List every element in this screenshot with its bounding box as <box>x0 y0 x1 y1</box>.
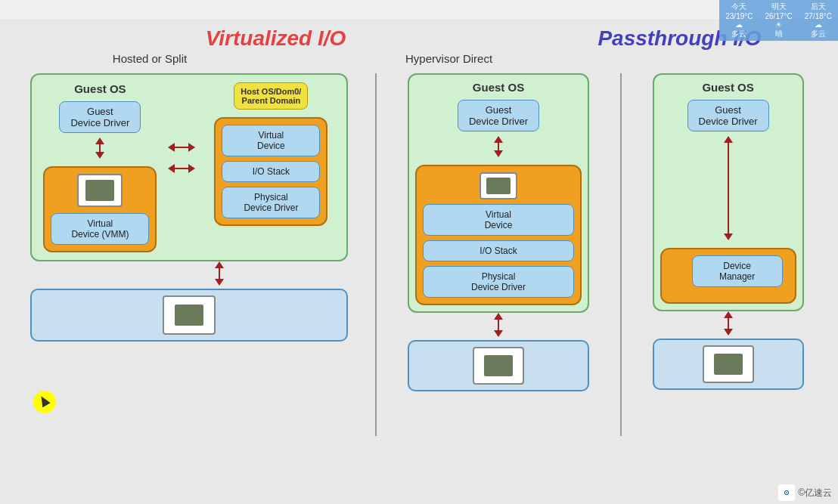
arrow-center-bottom <box>494 313 503 337</box>
guest-device-driver-center: Guest Device Driver <box>458 100 539 131</box>
physical-device-driver-center: Physical Device Driver <box>423 266 574 298</box>
host-label: Host OS/Dom0/ Parent Domain <box>234 82 308 110</box>
weather-tomorrow-desc: 晴 <box>775 29 783 39</box>
hw-box-left <box>30 289 348 342</box>
arrow-line-h2 <box>175 168 188 169</box>
weather-tomorrow: 明天 26/17°C ☀ 晴 <box>765 2 793 39</box>
line-v-r1 <box>728 143 729 233</box>
weather-today-temp: 23/19°C <box>725 12 753 20</box>
line-v-r-bottom <box>728 318 729 329</box>
guest-os-box-left: Guest OS Guest Device Driver Virtual Dev… <box>30 73 348 261</box>
io-stack-right: I/O Stack <box>222 161 320 182</box>
arrowhead-down-1 <box>95 152 104 159</box>
hw-box-right <box>653 339 804 390</box>
arrow-left-h1 <box>168 143 175 152</box>
chip-hw-right <box>703 345 754 383</box>
hw-box-center <box>408 340 589 391</box>
divider-1 <box>375 73 377 436</box>
cursor <box>33 391 56 413</box>
title-virtualized-io: Virtualized I/O <box>206 26 346 50</box>
arrow-right-1 <box>724 136 733 240</box>
arrowhead-down-r-bottom <box>724 329 733 335</box>
weather-day-after-icon: ☁ <box>815 20 822 29</box>
guest-os-box-center: Guest OS Guest Device Driver Virtual Dev… <box>408 73 589 313</box>
weather-today-desc: 多云 <box>731 29 746 39</box>
line-v-c-bottom <box>498 320 499 330</box>
arrow-line-left-bottom <box>219 268 220 279</box>
arrowhead-up-r-bottom <box>724 311 733 318</box>
arrowhead-up-c1 <box>494 136 503 143</box>
arrowhead-up-c-bottom <box>494 313 503 320</box>
watermark: ⊙ ©亿速云 <box>778 484 832 501</box>
virtual-device-center: Virtual Device <box>423 204 574 236</box>
arrowhead-down-left-bottom <box>215 279 224 286</box>
orange-center: Virtual Device I/O Stack Physical Device… <box>415 165 582 305</box>
weather-day-after: 后天 27/18°C ☁ 多云 <box>805 2 832 39</box>
weather-tomorrow-temp: 26/17°C <box>765 12 793 20</box>
guest-device-driver-right: Guest Device Driver <box>687 100 769 131</box>
line-v-c1 <box>498 143 499 150</box>
arrowhead-down-c-bottom <box>494 330 503 337</box>
arrowhead-down-c1 <box>494 150 503 157</box>
arrow-center-1 <box>494 136 503 157</box>
orange-left-inner: Virtual Device (VMM) <box>43 166 157 252</box>
arrow-left-1 <box>95 138 104 159</box>
subtitle-hosted-split: Hosted or Split <box>113 52 187 65</box>
arrow-left-bottom <box>215 261 224 286</box>
guest-device-driver-left: Guest Device Driver <box>59 101 141 133</box>
guest-os-label-left: Guest OS <box>74 82 126 95</box>
weather-today-day: 今天 <box>731 2 746 12</box>
arrow-left-h2 <box>168 164 175 173</box>
weather-today: 今天 23/19°C ☁ 多云 <box>725 2 753 39</box>
guest-os-label-right: Guest OS <box>702 81 753 94</box>
weather-today-icon: ☁ <box>735 20 743 29</box>
watermark-logo: ⊙ <box>778 484 795 501</box>
diagram-passthrough: Guest OS Guest Device Driver Device Mana… <box>645 73 812 390</box>
weather-day-after-temp: 27/18°C <box>805 12 832 20</box>
weather-tomorrow-day: 明天 <box>771 2 787 12</box>
device-manager: Device Manager <box>692 255 783 287</box>
subtitle-hypervisor-direct: Hypervisor Direct <box>405 52 492 65</box>
arrowhead-up-left-bottom <box>215 261 224 268</box>
chip-hw-center <box>473 347 524 385</box>
weather-tomorrow-icon: ☀ <box>775 20 782 29</box>
diagrams-row: Guest OS Guest Device Driver Virtual Dev… <box>15 73 823 436</box>
arrowhead-down-r1 <box>724 233 733 240</box>
orange-right-inner: Virtual Device I/O Stack Physical Device… <box>214 117 327 226</box>
divider-2 <box>620 73 622 436</box>
arrowhead-up-1 <box>95 138 104 144</box>
diagram-hypervisor: Guest OS Guest Device Driver Virtual Dev… <box>400 73 597 391</box>
cursor-arrow <box>37 394 50 407</box>
arrow-right-h1 <box>188 143 195 152</box>
arrow-line-1 <box>99 144 101 152</box>
weather-day-after-day: 后天 <box>811 2 826 12</box>
main-content: Virtualized I/O Passthrough I/O Hosted o… <box>0 19 838 504</box>
physical-device-driver-right: Physical Device Driver <box>222 187 320 218</box>
arrow-right-h2 <box>188 164 195 173</box>
arrowhead-up-r1 <box>724 136 733 143</box>
virtual-device-right: Virtual Device <box>222 125 320 156</box>
io-stack-center: I/O Stack <box>423 240 574 261</box>
guest-os-box-right: Guest OS Guest Device Driver Device Mana… <box>653 73 804 311</box>
guest-os-label-center: Guest OS <box>473 81 524 94</box>
weather-bar: 今天 23/19°C ☁ 多云 明天 26/17°C ☀ 晴 后天 27/18°… <box>719 0 838 41</box>
watermark-text: ©亿速云 <box>798 487 832 499</box>
chip-center <box>480 172 517 199</box>
arrow-line-h1 <box>175 147 188 148</box>
diagram-hosted-split: Guest OS Guest Device Driver Virtual Dev… <box>26 73 352 342</box>
chip-icon-left <box>77 174 123 207</box>
chip-hw-left <box>163 295 216 335</box>
virtual-device-vmm: Virtual Device (VMM) <box>51 213 149 245</box>
orange-right: Device Manager <box>660 248 796 304</box>
weather-day-after-desc: 多云 <box>811 29 826 39</box>
arrow-right-bottom <box>724 311 733 335</box>
